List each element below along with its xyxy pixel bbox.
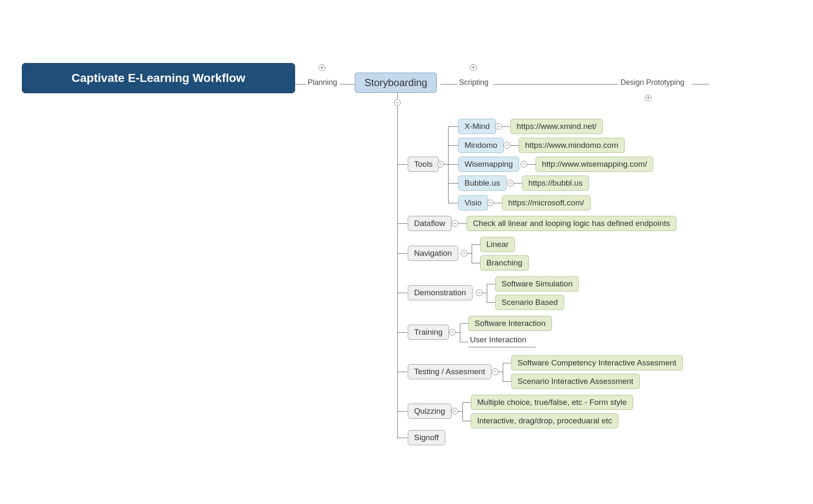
connector	[397, 411, 407, 412]
demo-scenario-label: Scenario Based	[502, 298, 558, 307]
tool-bubble-url[interactable]: https://bubbl.us	[522, 176, 589, 191]
quizzing-label: Quizzing	[414, 407, 445, 415]
connector	[448, 203, 458, 203]
connector	[397, 253, 407, 254]
train-software[interactable]: Software Interaction	[468, 316, 552, 331]
expand-handle-planning[interactable]	[319, 64, 325, 71]
collapse-handle-testing[interactable]	[492, 368, 499, 375]
connector	[397, 223, 407, 224]
expand-handle-design[interactable]	[645, 94, 652, 101]
testing-node[interactable]: Testing / Assesment	[408, 364, 491, 379]
dataflow-node[interactable]: Dataflow	[408, 216, 451, 231]
demonstration-node[interactable]: Demonstration	[408, 285, 472, 300]
tool-mindomo-label: Mindomo	[465, 141, 497, 150]
expand-handle-scripting[interactable]	[470, 64, 477, 71]
connector	[472, 244, 472, 263]
connector	[514, 183, 522, 184]
connector	[295, 84, 306, 84]
nav-branching-label: Branching	[486, 258, 523, 267]
collapse-handle-training[interactable]	[449, 329, 456, 336]
connector	[448, 145, 458, 146]
connector	[458, 223, 467, 224]
tool-wise-url[interactable]: http://www.wisemapping.com/	[536, 157, 653, 172]
connector	[483, 293, 487, 293]
demo-simulation-label: Software Simulation	[502, 279, 573, 288]
connector	[397, 93, 398, 99]
collapse-handle-storyboarding[interactable]	[394, 99, 401, 106]
tool-xmind[interactable]: X-Mind	[458, 119, 496, 134]
tool-visio[interactable]: Visio	[458, 195, 488, 210]
training-node[interactable]: Training	[408, 325, 449, 340]
connector	[397, 372, 407, 372]
connector	[441, 84, 457, 84]
root-node[interactable]: Captivate E-Learning Workflow	[22, 63, 295, 93]
connector	[397, 106, 398, 438]
testing-label: Testing / Assesment	[414, 367, 485, 376]
tool-bubble-label: Bubble.us	[465, 178, 500, 187]
connector	[487, 284, 495, 284]
storyboarding-label: Storyboarding	[364, 77, 427, 88]
connector	[527, 164, 536, 165]
collapse-handle-wise[interactable]	[520, 161, 527, 168]
quiz-interactive[interactable]: Interactive, drag/drop, proceduaral etc	[471, 413, 618, 428]
nav-linear[interactable]: Linear	[480, 237, 515, 252]
tool-visio-url[interactable]: https://microsoft.com/	[502, 195, 591, 210]
collapse-handle-xmind[interactable]	[495, 123, 502, 130]
connector	[397, 438, 407, 438]
signoff-node[interactable]: Signoff	[408, 430, 445, 445]
nav-branching[interactable]: Branching	[480, 255, 529, 270]
tool-xmind-label: X-Mind	[465, 122, 490, 131]
connector	[503, 363, 511, 363]
connector	[467, 253, 472, 254]
tool-xmind-url[interactable]: https://www.xmind.net/	[510, 119, 603, 134]
connector	[494, 203, 502, 203]
quizzing-node[interactable]: Quizzing	[408, 404, 451, 419]
test-competency-label: Software Competency Interactive Assesmen…	[517, 358, 676, 367]
collapse-handle-navigation[interactable]	[461, 250, 467, 257]
collapse-handle-mindomo[interactable]	[504, 142, 510, 149]
connector	[458, 411, 462, 412]
collapse-handle-bubble[interactable]	[507, 180, 514, 186]
tool-bubble[interactable]: Bubble.us	[458, 176, 507, 191]
tool-mindomo-url[interactable]: https://www.mindomo.com	[519, 138, 625, 153]
root-title: Captivate E-Learning Workflow	[71, 71, 245, 84]
demo-scenario[interactable]: Scenario Based	[495, 295, 564, 310]
navigation-node[interactable]: Navigation	[408, 246, 458, 261]
connector	[448, 183, 458, 184]
tool-wise[interactable]: Wisemapping	[458, 157, 519, 172]
dataflow-note[interactable]: Check all linear and looping logic has d…	[467, 216, 676, 231]
connector	[460, 342, 468, 342]
train-user[interactable]: User Interaction	[470, 335, 526, 344]
stage-design[interactable]: Design Prototyping	[620, 78, 684, 87]
connector	[444, 164, 448, 165]
quiz-form[interactable]: Multiple choice, true/false, etc - Form …	[471, 395, 633, 410]
tool-mindomo[interactable]: Mindomo	[458, 138, 504, 153]
connector	[462, 402, 463, 421]
connector	[397, 164, 407, 165]
connector	[472, 244, 480, 245]
storyboarding-node[interactable]: Storyboarding	[355, 73, 437, 93]
test-scenario[interactable]: Scenario Interactive Assessment	[511, 374, 640, 389]
nav-linear-label: Linear	[486, 240, 509, 249]
connector	[456, 332, 460, 333]
stage-planning[interactable]: Planning	[308, 78, 337, 87]
collapse-handle-visio[interactable]	[487, 200, 494, 206]
connector	[448, 126, 458, 127]
connector	[487, 302, 495, 303]
tool-wise-label: Wisemapping	[465, 160, 513, 168]
connector	[397, 332, 407, 333]
connector	[460, 323, 468, 324]
collapse-handle-tools[interactable]	[437, 161, 444, 168]
stage-scripting[interactable]: Scripting	[459, 78, 488, 87]
connector	[487, 284, 487, 302]
signoff-label: Signoff	[414, 433, 439, 442]
tools-node[interactable]: Tools	[408, 157, 439, 172]
collapse-handle-dataflow[interactable]	[451, 220, 458, 227]
tools-label: Tools	[414, 160, 433, 168]
collapse-handle-quizzing[interactable]	[451, 408, 458, 415]
connector	[462, 402, 471, 403]
demo-simulation[interactable]: Software Simulation	[495, 276, 579, 291]
test-competency[interactable]: Software Competency Interactive Assesmen…	[511, 355, 683, 370]
collapse-handle-demonstration[interactable]	[476, 289, 483, 296]
connector	[494, 84, 618, 84]
